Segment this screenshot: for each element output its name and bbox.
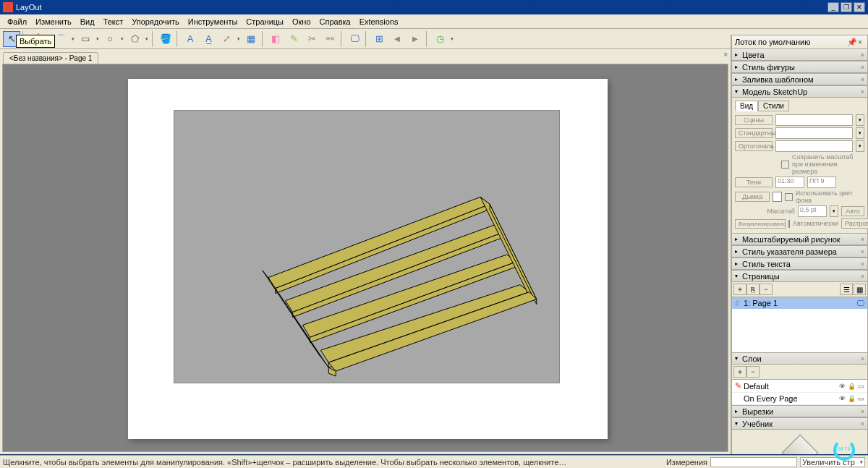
panel-shape-style: ▸Стиль фигуры× xyxy=(731,61,868,74)
next-page-icon[interactable]: ► xyxy=(407,31,424,47)
extension-icon[interactable]: ◷ xyxy=(431,31,448,47)
shadow-time[interactable]: 01:30 xyxy=(775,176,804,188)
panel-text-style: ▸Стиль текста× xyxy=(731,258,868,271)
fog-button[interactable]: Дымка xyxy=(735,192,770,202)
polygon-icon-dropdown[interactable]: ▾ xyxy=(144,36,150,42)
raster-button[interactable]: Растров xyxy=(841,218,868,229)
dimension-icon-dropdown[interactable]: ▾ xyxy=(236,36,242,42)
layer-icon: ✎ xyxy=(735,381,744,391)
scale-input[interactable]: 0,5 pt xyxy=(798,205,827,217)
rect-icon-dropdown[interactable]: ▾ xyxy=(95,36,101,42)
split-icon[interactable]: ✂ xyxy=(303,31,320,47)
circle-icon-dropdown[interactable]: ▾ xyxy=(119,36,125,42)
present-icon[interactable]: 🖵 xyxy=(856,299,864,307)
pages-grid-view-button[interactable]: ▦ xyxy=(853,284,866,295)
menu-окно[interactable]: Окно xyxy=(288,16,315,27)
fog-bg-checkbox[interactable] xyxy=(785,193,792,201)
polygon-icon[interactable]: ⬠ xyxy=(126,31,143,47)
standard-button[interactable]: Стандартные xyxy=(735,128,773,138)
fog-color-swatch[interactable] xyxy=(773,192,782,202)
prev-page-icon[interactable]: ◄ xyxy=(388,31,406,47)
document-tab[interactable]: <Без названия> - Page 1 xyxy=(3,52,98,64)
instructor-graphic xyxy=(781,435,818,454)
panel-sketchup-model: ▾Модель SketchUp× Вид Стили Сцены▾ Станд… xyxy=(731,85,868,234)
canvas[interactable] xyxy=(2,64,728,452)
scenes-combo[interactable] xyxy=(775,114,853,126)
text-icon[interactable]: A xyxy=(182,31,199,47)
page-list-item[interactable]: # 1: Page 1 🖵 xyxy=(732,297,867,309)
render-button[interactable]: Визуализировано xyxy=(735,219,786,229)
page[interactable] xyxy=(128,79,608,439)
style-icon[interactable]: ✎ xyxy=(285,31,302,47)
menu-справка[interactable]: Справка xyxy=(315,16,355,27)
menu-вид[interactable]: Вид xyxy=(76,16,99,27)
ortho-button[interactable]: Ортогональ xyxy=(735,141,773,151)
layer-toggle-icon[interactable]: 🔒 xyxy=(848,395,856,402)
circle-icon[interactable]: ○ xyxy=(101,31,119,47)
panel-pattern-fill: ▸Заливка шаблоном× xyxy=(731,73,868,86)
menu-упорядочить[interactable]: Упорядочить xyxy=(127,16,183,27)
tab-close-icon[interactable]: × xyxy=(723,51,728,59)
menubar: ФайлИзменитьВидТекстУпорядочитьИнструмен… xyxy=(0,14,868,29)
scale-auto-button[interactable]: Авто xyxy=(841,206,864,216)
pages-list-view-button[interactable]: ☰ xyxy=(840,284,853,295)
join-icon[interactable]: ⚯ xyxy=(321,31,339,47)
panel-colors: ▸Цвета× xyxy=(731,48,868,61)
layer-toggle-icon[interactable]: ▭ xyxy=(858,395,864,402)
layer-toggle-icon[interactable]: 🔒 xyxy=(848,383,856,390)
scenes-button[interactable]: Сцены xyxy=(735,115,773,125)
layer-row[interactable]: On Every Page👁🔒▭ xyxy=(732,393,867,405)
zoom-combo[interactable]: Увеличить стр▾ xyxy=(800,457,865,467)
layer-toggle-icon[interactable]: ▭ xyxy=(858,383,864,390)
layer-toggle-icon[interactable]: 👁 xyxy=(839,383,846,390)
menu-инструменты[interactable]: Инструменты xyxy=(184,16,242,27)
measurements-input[interactable] xyxy=(710,457,797,467)
status-hint: Щелкните, чтобы выбрать элементы для ман… xyxy=(3,458,567,467)
page-icon: # xyxy=(735,299,744,307)
menu-изменить[interactable]: Изменить xyxy=(31,16,76,27)
menu-файл[interactable]: Файл xyxy=(3,16,31,27)
layer-row[interactable]: ✎Default👁🔒▭ xyxy=(732,380,867,393)
bucket-icon[interactable]: 🪣 xyxy=(157,31,174,47)
arc-icon-dropdown[interactable]: ▾ xyxy=(70,36,76,42)
tray-title[interactable]: Лоток по умолчанию 📌 × xyxy=(731,35,868,49)
minimize-button[interactable]: _ xyxy=(827,2,839,12)
close-button[interactable]: ✕ xyxy=(854,2,865,12)
dimension-icon[interactable]: ⤢ xyxy=(218,31,235,47)
panel-close-icon[interactable]: × xyxy=(861,51,864,59)
maximize-button[interactable]: ❐ xyxy=(841,2,852,12)
table-icon[interactable]: ▦ xyxy=(242,31,260,47)
measurements-label: Измерения xyxy=(666,458,707,467)
eraser-icon[interactable]: ◧ xyxy=(267,31,284,47)
svg-marker-12 xyxy=(328,292,536,371)
ortho-combo[interactable] xyxy=(775,140,853,152)
sketchup-viewport[interactable] xyxy=(174,110,560,383)
tab-styles[interactable]: Стили xyxy=(758,101,789,111)
rect-icon[interactable]: ▭ xyxy=(77,31,94,47)
add-page-button[interactable]: ＋ xyxy=(733,284,746,295)
shadows-button[interactable]: Тени xyxy=(735,177,773,187)
layer-toggle-icon[interactable]: 👁 xyxy=(839,395,846,402)
pin-icon[interactable]: 📌 xyxy=(847,38,856,47)
add-page-icon[interactable]: ⊞ xyxy=(370,31,388,47)
remove-layer-button[interactable]: － xyxy=(746,366,760,378)
standard-combo[interactable] xyxy=(775,127,853,139)
label-icon[interactable]: A̲ xyxy=(200,31,217,47)
tray-close-icon[interactable]: × xyxy=(856,38,864,46)
document-tabs: <Без названия> - Page 1 × xyxy=(0,49,731,64)
present-icon[interactable]: 🖵 xyxy=(346,31,363,47)
menu-текст[interactable]: Текст xyxy=(99,16,128,27)
add-layer-button[interactable]: ＋ xyxy=(733,366,746,378)
auto-render-checkbox[interactable] xyxy=(788,220,790,228)
panel-scrapbooks: ▸Вырезки× xyxy=(731,405,868,418)
tab-view[interactable]: Вид xyxy=(735,101,758,111)
remove-page-button[interactable]: － xyxy=(760,284,773,295)
shadow-date[interactable]: ПП 9 xyxy=(807,176,836,188)
extension-icon-dropdown[interactable]: ▾ xyxy=(449,36,455,42)
duplicate-page-button[interactable]: ⎘ xyxy=(746,284,760,295)
menu-страницы[interactable]: Страницы xyxy=(242,16,288,27)
panel-dimension-style: ▸Стиль указателя размера× xyxy=(731,245,868,258)
menu-extensions[interactable]: Extensions xyxy=(355,16,403,27)
tray: Лоток по умолчанию 📌 × ▸Цвета× ▸Стиль фи… xyxy=(731,35,868,454)
preserve-scale-checkbox[interactable] xyxy=(781,161,789,169)
